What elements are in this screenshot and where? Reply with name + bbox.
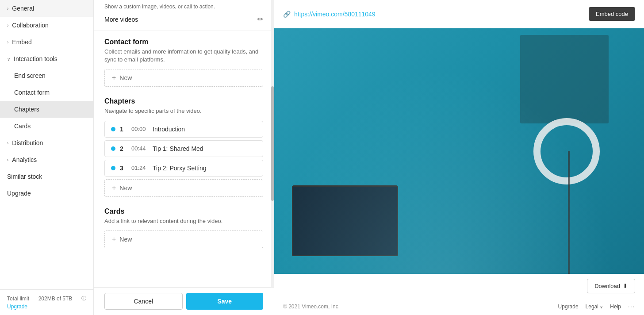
chapters-desc: Navigate to specific parts of the video.	[104, 107, 263, 115]
contact-form-title: Contact form	[104, 38, 263, 46]
contact-form-section: Contact form Collect emails and more inf…	[94, 31, 274, 87]
sidebar-item-label: Similar stock	[7, 173, 42, 180]
middle-footer: Cancel Save	[94, 287, 274, 315]
sidebar-item-label: Analytics	[12, 156, 37, 163]
edit-icon[interactable]: ✏	[257, 15, 263, 23]
cards-title: Cards	[104, 207, 263, 215]
download-label: Download	[594, 283, 620, 289]
video-container	[274, 28, 644, 274]
sidebar-footer: Total limit 202MB of 5TB ⓘ Upgrade	[0, 289, 93, 315]
copyright-text: © 2021 Vimeo.com, Inc.	[283, 303, 340, 310]
sidebar-item-label: Upgrade	[7, 190, 31, 197]
sidebar-item-label: Embed	[12, 38, 31, 46]
chapter-num: 1	[120, 126, 127, 133]
chevron-down-icon: ∨	[7, 57, 10, 61]
embed-code-button[interactable]: Embed code	[589, 7, 635, 21]
chapter-num: 3	[120, 165, 127, 172]
sidebar-item-general[interactable]: › General	[0, 0, 93, 17]
cards-add-label: New	[119, 236, 132, 243]
chapter-dot	[111, 127, 115, 131]
upgrade-link[interactable]: Upgrade	[7, 303, 86, 310]
sidebar-item-interaction-tools[interactable]: ∨ Interaction tools	[0, 50, 93, 67]
chapters-title: Chapters	[104, 97, 263, 105]
chapter-name: Tip 1: Shared Med	[153, 145, 203, 152]
sidebar-item-similar-stock[interactable]: Similar stock	[0, 168, 93, 185]
scrollbar-thumb	[271, 86, 274, 201]
cancel-button[interactable]: Cancel	[104, 293, 183, 310]
help-footer-link[interactable]: Help	[610, 303, 621, 310]
sidebar-item-label: Contact form	[14, 89, 50, 96]
save-button[interactable]: Save	[186, 293, 264, 310]
chapter-name: Tip 2: Porxy Setting	[153, 165, 207, 172]
sidebar-item-cards[interactable]: Cards	[0, 118, 93, 134]
legal-footer-link[interactable]: Legal ∨	[586, 303, 603, 310]
plus-icon: +	[112, 184, 116, 192]
end-screen-desc: Show a custom image, videos, or call to …	[94, 0, 274, 12]
chevron-right-icon: ›	[7, 6, 8, 11]
video-toolbar: 🔗 https://vimeo.com/580111049 Embed code	[274, 0, 644, 28]
chapter-time: 01:24	[131, 165, 148, 171]
chapters-add-label: New	[119, 184, 132, 192]
cards-add-btn[interactable]: + New	[104, 230, 263, 248]
sidebar-item-distribution[interactable]: › Distribution	[0, 134, 93, 151]
middle-scroll: Show a custom image, videos, or call to …	[94, 0, 274, 261]
chapter-num: 2	[120, 145, 127, 152]
video-url[interactable]: 🔗 https://vimeo.com/580111049	[283, 11, 376, 18]
chapter-time: 00:44	[131, 145, 148, 152]
chevron-down-icon: ∨	[600, 304, 603, 309]
video-preview	[274, 28, 644, 274]
sidebar-item-label: End screen	[14, 72, 46, 79]
chevron-right-icon: ›	[7, 158, 8, 162]
chapters-section: Chapters Navigate to specific parts of t…	[94, 90, 274, 196]
download-icon: ⬇	[623, 283, 628, 289]
video-person-overlay	[274, 28, 644, 274]
chevron-right-icon: ›	[7, 40, 8, 45]
sidebar-item-label: Cards	[14, 123, 31, 130]
chapter-time: 00:00	[131, 126, 148, 132]
more-videos-label: More videos	[104, 16, 138, 23]
right-footer: © 2021 Vimeo.com, Inc. Upgrade Legal ∨ H…	[274, 298, 644, 315]
cards-section: Cards Add a link to relevant content dur…	[94, 200, 274, 248]
contact-form-add-btn[interactable]: + New	[104, 69, 263, 87]
sidebar-item-end-screen[interactable]: End screen	[0, 67, 93, 84]
download-button[interactable]: Download ⬇	[587, 279, 635, 293]
chapter-item-2[interactable]: 2 00:44 Tip 1: Shared Med	[104, 140, 263, 157]
sidebar-item-analytics[interactable]: › Analytics	[0, 151, 93, 168]
total-limit-usage: 202MB of 5TB	[38, 296, 73, 302]
link-icon: 🔗	[283, 11, 291, 18]
video-download-bar: Download ⬇	[274, 274, 644, 298]
sidebar-item-label: Chapters	[14, 106, 39, 113]
sidebar-item-contact-form[interactable]: Contact form	[0, 84, 93, 101]
chapter-dot	[111, 166, 115, 170]
footer-links: Upgrade Legal ∨ Help ···	[558, 303, 635, 310]
sidebar-item-upgrade[interactable]: Upgrade	[0, 185, 93, 202]
contact-form-desc: Collect emails and more information to g…	[104, 48, 263, 64]
scrollbar-track[interactable]	[271, 0, 274, 287]
chevron-right-icon: ›	[7, 141, 8, 146]
plus-icon: +	[112, 74, 116, 82]
sidebar-item-embed[interactable]: › Embed	[0, 34, 93, 50]
sidebar-item-label: Distribution	[12, 139, 43, 146]
chapter-item-3[interactable]: 3 01:24 Tip 2: Porxy Setting	[104, 160, 263, 177]
chapters-add-btn[interactable]: + New	[104, 179, 263, 197]
plus-icon: +	[112, 235, 116, 243]
more-options-icon[interactable]: ···	[628, 303, 635, 310]
sidebar-item-label: General	[12, 5, 34, 12]
sidebar-item-chapters[interactable]: Chapters	[0, 101, 93, 118]
video-url-text: https://vimeo.com/580111049	[294, 11, 376, 18]
sidebar-item-collaboration[interactable]: › Collaboration	[0, 17, 93, 34]
sidebar-item-label: Collaboration	[12, 22, 49, 29]
sidebar: › General › Collaboration › Embed ∨ Inte…	[0, 0, 94, 315]
sidebar-item-label: Interaction tools	[14, 55, 58, 62]
right-panel: 🔗 https://vimeo.com/580111049 Embed code…	[274, 0, 644, 315]
chapter-item-1[interactable]: 1 00:00 Introduction	[104, 121, 263, 138]
more-videos-row: More videos ✏	[94, 12, 274, 31]
total-limit-label: Total limit	[7, 296, 29, 302]
middle-panel: Show a custom image, videos, or call to …	[94, 0, 274, 315]
chapter-name: Introduction	[153, 126, 185, 133]
upgrade-footer-link[interactable]: Upgrade	[558, 303, 579, 310]
cards-desc: Add a link to relevant content during th…	[104, 217, 263, 225]
info-icon: ⓘ	[81, 295, 86, 302]
chapter-dot	[111, 146, 115, 151]
contact-form-add-label: New	[119, 74, 132, 81]
